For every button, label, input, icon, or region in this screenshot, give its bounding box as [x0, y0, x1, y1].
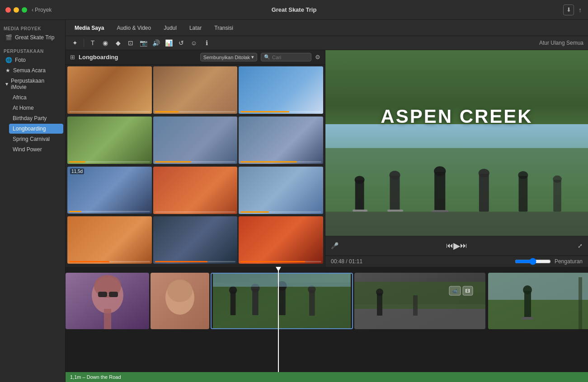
video-thumb-4[interactable] — [67, 116, 152, 164]
progress-bar-3 — [240, 111, 321, 112]
grid-view-icon[interactable]: ⊞ — [70, 54, 75, 61]
svg-point-31 — [229, 286, 237, 294]
play-button[interactable]: ▶ — [453, 240, 460, 251]
tab-media-saya[interactable]: Media Saya — [73, 25, 106, 31]
face-icon[interactable]: ☺ — [189, 38, 199, 48]
filter-dropdown[interactable]: Sembunyikan Ditolak ▾ — [200, 53, 257, 61]
timeline-canvas[interactable]: 2,2d – ASPEN CREE... — [66, 267, 588, 372]
reset-all-button[interactable]: Atur Ulang Semua — [539, 40, 583, 46]
clip-trees[interactable] — [488, 273, 588, 329]
close-button[interactable] — [5, 7, 11, 13]
svg-point-14 — [518, 171, 528, 179]
add-to-timeline-button[interactable]: ⬇ — [563, 5, 574, 15]
color-correction-icon[interactable]: ◆ — [113, 38, 123, 48]
foto-label: Foto — [15, 57, 26, 63]
preview-panel: ASPEN CREEK 🎤 ⏮ ▶ ⏭ ⤢ 00:48 / 01:11 Peng… — [325, 50, 588, 267]
video-thumb-5[interactable] — [153, 116, 238, 164]
main-area: MEDIA PROYEK 🎬 Great Skate Trip PERPUSTA… — [0, 20, 588, 382]
camera-icon[interactable]: 📷 — [138, 38, 148, 48]
video-thumb-9[interactable] — [239, 167, 323, 214]
progress-bar-4 — [69, 161, 150, 163]
project-item-label: Great Skate Trip — [15, 34, 54, 41]
video-thumb-7[interactable]: 11,5d — [67, 167, 152, 214]
browser-title: Longboarding — [79, 54, 197, 61]
maximize-button[interactable] — [22, 7, 27, 13]
progress-bar-9 — [240, 211, 321, 213]
timeline-section: 2,2d – ASPEN CREE... — [66, 267, 588, 382]
clip-skate-selected[interactable]: 2,2d – ASPEN CREE... — [211, 273, 353, 329]
minimize-button[interactable] — [14, 7, 19, 13]
zoom-slider[interactable] — [515, 258, 551, 265]
svg-rect-50 — [488, 300, 588, 329]
timeline-tracks: 2,2d – ASPEN CREE... — [66, 267, 588, 372]
svg-rect-21 — [98, 292, 107, 297]
middle-section: ⊞ Longboarding Sembunyikan Ditolak ▾ 🔍 ⚙ — [66, 50, 588, 267]
info-icon[interactable]: ℹ — [202, 38, 212, 48]
traffic-lights — [5, 7, 27, 13]
fullscreen-button[interactable]: ⤢ — [578, 242, 583, 249]
video-thumb-8[interactable] — [153, 167, 238, 214]
progress-bar-10 — [69, 261, 150, 262]
settings-label: Pengaturan — [555, 258, 583, 265]
svg-rect-38 — [213, 274, 351, 287]
sidebar-item-at-home[interactable]: At Home — [9, 103, 63, 113]
search-bar[interactable]: 🔍 — [261, 53, 311, 61]
video-thumb-10[interactable] — [67, 216, 152, 264]
svg-rect-44 — [413, 295, 418, 316]
sidebar-item-foto[interactable]: 🌐 Foto — [2, 55, 63, 65]
sidebar-item-africa[interactable]: Africa — [9, 93, 63, 102]
video-thumb-6[interactable] — [239, 116, 323, 164]
mic-button[interactable]: 🎤 — [331, 242, 339, 249]
sidebar-item-semua-acara[interactable]: ★ Semua Acara — [2, 65, 63, 75]
svg-point-16 — [553, 176, 562, 183]
tab-judul[interactable]: Judul — [162, 25, 179, 31]
browser-settings-icon[interactable]: ⚙ — [315, 54, 320, 61]
tab-audio-video[interactable]: Audio & Video — [115, 25, 153, 31]
sidebar-item-spring[interactable]: Spring Carnival — [9, 134, 63, 144]
back-label: Proyek — [35, 7, 52, 13]
video-thumb-1[interactable] — [67, 66, 152, 114]
sidebar: MEDIA PROYEK 🎬 Great Skate Trip PERPUSTA… — [0, 20, 66, 382]
svg-rect-52 — [524, 291, 531, 318]
svg-rect-2 — [355, 180, 364, 212]
clip-girl[interactable] — [66, 273, 149, 329]
separator-1 — [84, 39, 84, 47]
clip-road[interactable]: 📹 🎞 — [354, 273, 485, 329]
text-icon[interactable]: T — [88, 38, 98, 48]
sidebar-item-longboarding[interactable]: Longboarding — [9, 124, 63, 134]
magic-wand-icon[interactable]: ✦ — [70, 38, 80, 48]
svg-point-6 — [389, 171, 400, 179]
svg-rect-42 — [377, 293, 382, 316]
stabilize-icon[interactable]: ↺ — [176, 38, 186, 48]
clip-face[interactable] — [151, 273, 209, 329]
sidebar-item-imovie-library[interactable]: ▾ Perpustakaan iMovie — [2, 76, 63, 92]
rewind-button[interactable]: ⏮ — [446, 242, 453, 250]
color-balance-icon[interactable]: ◉ — [100, 38, 110, 48]
chart-icon[interactable]: 📊 — [164, 38, 174, 48]
tab-latar[interactable]: Latar — [188, 25, 203, 31]
share-icon[interactable]: ↑ — [579, 6, 582, 14]
audio-icon[interactable]: 🔊 — [151, 38, 161, 48]
preview-video[interactable]: ASPEN CREEK — [325, 50, 588, 236]
fast-forward-button[interactable]: ⏭ — [460, 242, 467, 250]
video-thumb-11[interactable] — [153, 216, 238, 264]
sidebar-item-birthday[interactable]: Birthday Party — [9, 113, 63, 123]
film-icon: 🎬 — [5, 34, 12, 41]
crop-icon[interactable]: ⊡ — [126, 38, 136, 48]
video-thumb-12[interactable] — [239, 216, 323, 264]
sidebar-item-wind[interactable]: Wind Power — [9, 144, 63, 154]
svg-rect-13 — [519, 176, 528, 212]
video-thumb-2[interactable] — [153, 66, 238, 114]
semua-acara-label: Semua Acara — [13, 67, 46, 74]
tab-transisi[interactable]: Transisi — [212, 25, 235, 31]
svg-rect-8 — [434, 172, 445, 212]
sidebar-item-project[interactable]: 🎬 Great Skate Trip — [2, 33, 63, 42]
clip-frame-girl — [66, 273, 149, 329]
svg-rect-30 — [230, 291, 236, 315]
video-thumb-3[interactable] — [239, 66, 323, 114]
search-input[interactable] — [272, 55, 308, 60]
top-toolbar: Media Saya Audio & Video Judul Latar Tra… — [66, 20, 588, 36]
svg-point-3 — [355, 176, 365, 184]
back-button[interactable]: ‹ Proyek — [32, 7, 52, 13]
progress-bar-8 — [155, 211, 236, 213]
